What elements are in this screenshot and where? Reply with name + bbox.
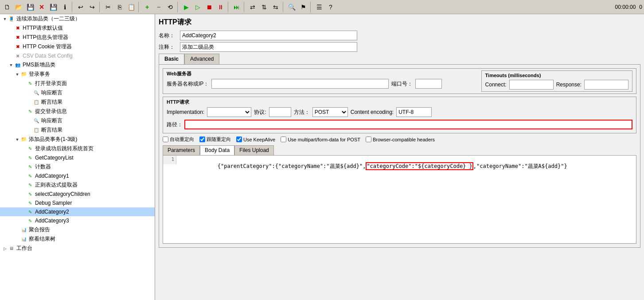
expander-login[interactable]: ▼ <box>14 72 20 77</box>
keep-alive-checkbox-item[interactable]: Use KeepAlive <box>236 136 275 142</box>
line-content-1[interactable]: {"parentCategory":{"categoryName":"蔬菜${a… <box>176 156 636 177</box>
tab-advanced[interactable]: Advanced <box>184 54 219 64</box>
search-button[interactable]: 🔍 <box>286 2 297 12</box>
sidebar-label-debug-sampler: Debug Sampler <box>34 200 72 206</box>
expander-pms[interactable]: ▼ <box>8 63 14 67</box>
list-button[interactable]: ☰ <box>314 2 324 12</box>
sidebar-item-debug-sampler[interactable]: ✎ Debug Sampler <box>0 199 155 207</box>
impl-select[interactable] <box>207 107 251 117</box>
auto-redirect-checkbox[interactable] <box>163 136 168 142</box>
sidebar-item-submit-login[interactable]: ✎ 提交登录信息 <box>0 107 155 116</box>
run-button[interactable]: ▶ <box>181 2 191 12</box>
path-input[interactable] <box>184 120 632 129</box>
clear-button[interactable]: ⟲ <box>165 2 176 12</box>
timer-value: 00:00:00 <box>615 4 636 10</box>
connect-input[interactable] <box>509 80 554 90</box>
remove-button[interactable]: − <box>153 2 164 12</box>
connect-label: Connect: <box>485 82 507 88</box>
sidebar-item-select-children[interactable]: ✎ selectCategoryChildren <box>0 190 155 199</box>
paste-button[interactable]: 📋 <box>126 2 137 12</box>
sidebar-item-csv-config[interactable]: ✖ CSV Data Set Config <box>0 51 155 60</box>
sidebar-item-regex-extractor[interactable]: ✎ 正则表达式提取器 <box>0 180 155 190</box>
open-button[interactable]: 📂 <box>13 2 24 12</box>
follow-redirect-checkbox[interactable] <box>199 136 205 142</box>
protocol-input[interactable] <box>269 107 291 117</box>
server-input[interactable] <box>211 79 389 89</box>
sidebar-item-add-category3[interactable]: ✎ AddCategory3 <box>0 216 155 225</box>
browser-headers-checkbox-item[interactable]: Browser-compatible headers <box>366 136 435 142</box>
info-button[interactable]: ℹ <box>59 2 70 12</box>
sidebar-item-view-results[interactable]: 📊 察看结果树 <box>0 234 155 244</box>
expander-workbench[interactable]: ▷ <box>2 246 8 251</box>
remote1-button[interactable]: ⇄ <box>247 2 258 12</box>
remote3-button[interactable]: ⇆ <box>270 2 281 12</box>
listener-icon-4: 📊 <box>20 236 27 243</box>
listener-icon-3: 📊 <box>20 226 27 234</box>
stop-button[interactable]: ⏹ <box>204 2 215 12</box>
auto-redirect-checkbox-item[interactable]: 自动重定向 <box>163 136 194 143</box>
close-button[interactable]: ✕ <box>36 2 47 12</box>
encoding-input[interactable] <box>396 107 432 117</box>
sidebar-item-add-category1[interactable]: ✎ AddCategory1 <box>0 171 155 180</box>
expander-root[interactable]: ▼ <box>2 17 8 21</box>
sidebar-item-assert1[interactable]: 📋 断言结果 <box>0 97 155 107</box>
undo-button[interactable]: ↩ <box>75 2 86 12</box>
remote2-button[interactable]: ⇅ <box>259 2 269 12</box>
config-icon-4: ✖ <box>14 52 21 59</box>
comment-label: 注释： <box>159 43 176 51</box>
stop2-button[interactable]: ⏸ <box>215 2 226 12</box>
port-input[interactable] <box>415 79 442 89</box>
multipart-checkbox[interactable] <box>281 136 286 142</box>
sidebar-label-goto-home: 登录成功后跳转系统首页 <box>34 145 94 152</box>
follow-redirect-checkbox-item[interactable]: 跟随重定向 <box>199 136 231 143</box>
flag-button[interactable]: ⚑ <box>298 2 308 12</box>
sep4 <box>177 2 179 12</box>
tab-basic[interactable]: Basic <box>159 54 184 64</box>
run-no-pause-button[interactable]: ▷ <box>192 2 203 12</box>
exp-empty13 <box>20 165 27 169</box>
cut-button[interactable]: ✂ <box>103 2 113 12</box>
sidebar-item-http-cookie[interactable]: ✖ HTTP Cookie 管理器 <box>0 42 155 51</box>
sidebar-item-login-group[interactable]: ▼ 📁 登录事务 <box>0 70 155 79</box>
sidebar-item-add-category-group[interactable]: ▼ 📁 添加品类事务(1-3级) <box>0 135 155 144</box>
name-input[interactable] <box>180 31 357 40</box>
sidebar-item-http-header[interactable]: ✖ HTTP信息头管理器 <box>0 33 155 42</box>
response-input[interactable] <box>584 80 628 90</box>
name-label: 名称： <box>159 32 176 39</box>
sidebar-item-goto-home[interactable]: ✎ 登录成功后跳转系统首页 <box>0 144 155 153</box>
timer-display: 00:00:00 0 <box>615 4 642 10</box>
inner-tab-parameters[interactable]: Parameters <box>163 145 200 155</box>
sidebar-item-counter[interactable]: ✎ 计数器 <box>0 162 155 171</box>
http-request-title: HTTP请求 <box>167 99 632 105</box>
step-button[interactable]: ⏭ <box>231 2 242 12</box>
save-button[interactable]: 💾 <box>25 2 35 12</box>
sidebar-item-open-login[interactable]: ✎ 打开登录页面 <box>0 79 155 88</box>
exp-empty5 <box>20 82 27 86</box>
sidebar-item-root[interactable]: ▼ 🧵 连续添加品类（一二三级） <box>0 14 155 23</box>
copy-button[interactable]: ⎘ <box>114 2 125 12</box>
sidebar-item-workbench[interactable]: ▷ 🖥 工作台 <box>0 244 155 253</box>
multipart-checkbox-item[interactable]: Use multipart/form-data for POST <box>281 136 360 142</box>
inner-tab-files-upload[interactable]: Files Upload <box>234 145 274 155</box>
comment-input[interactable] <box>180 42 357 52</box>
browser-headers-checkbox[interactable] <box>366 136 371 142</box>
help-button[interactable]: ? <box>325 2 336 12</box>
save2-button[interactable]: 💾 <box>48 2 59 12</box>
sidebar-item-add-category2[interactable]: ✎ AddCategory2 <box>0 207 155 216</box>
sidebar-item-http-default[interactable]: ✖ HTTP请求默认值 <box>0 23 155 33</box>
new-button[interactable]: 🗋 <box>2 2 12 12</box>
exp-empty9 <box>27 119 33 123</box>
sidebar-item-response1[interactable]: 🔍 响应断言 <box>0 88 155 97</box>
sidebar-item-assert2[interactable]: 📋 断言结果 <box>0 125 155 135</box>
expander-add-cat[interactable]: ▼ <box>14 137 20 142</box>
sidebar-item-get-category[interactable]: ✎ GetCategoryList <box>0 153 155 162</box>
sampler-icon-4: ✎ <box>27 154 34 161</box>
method-select[interactable]: POST GET PUT DELETE <box>312 107 348 117</box>
sidebar-item-pms-group[interactable]: ▼ 👥 PMS新增品类 <box>0 60 155 70</box>
sidebar-item-response2[interactable]: 🔍 响应断言 <box>0 116 155 125</box>
keep-alive-checkbox[interactable] <box>236 136 242 142</box>
inner-tab-body-data[interactable]: Body Data <box>200 145 234 155</box>
add-button[interactable]: + <box>142 2 152 12</box>
sidebar-item-aggregate-report[interactable]: 📊 聚合报告 <box>0 225 155 234</box>
redo-button[interactable]: ↪ <box>87 2 98 12</box>
